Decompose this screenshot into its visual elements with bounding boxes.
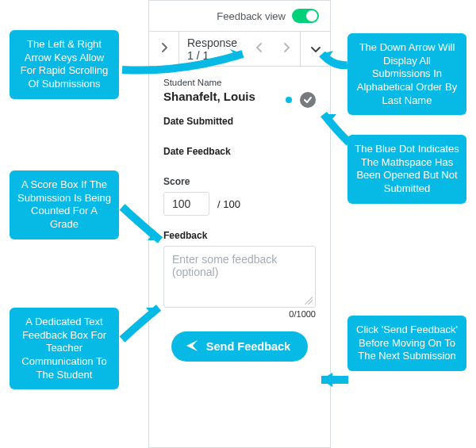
arrow-icon [119, 202, 167, 246]
send-icon [186, 339, 198, 354]
date-feedback-label: Date Feedback [163, 146, 316, 157]
status-check-icon [300, 92, 316, 108]
status-icons [286, 92, 316, 108]
student-block: Student Name Shanafelt, Louis [163, 78, 255, 116]
callout-feedback-box: A Dedicated Text Feedback Box For Teache… [10, 308, 119, 389]
arrow-icon [316, 49, 351, 71]
score-row: 100 / 100 [163, 192, 316, 216]
arrow-icon [119, 49, 254, 75]
date-submitted-label: Date Submitted [163, 116, 316, 127]
arrow-icon [119, 303, 165, 343]
prev-next-group [246, 32, 300, 67]
score-label: Score [163, 176, 316, 187]
feedback-textarea[interactable]: Enter some feedback (optional) [163, 246, 316, 308]
chevron-right-icon [282, 42, 290, 56]
callout-blue-dot: The Blue Dot Indicates The Mathspace Has… [347, 135, 466, 204]
arrow-icon [315, 371, 351, 389]
status-dot-icon [286, 97, 292, 103]
callout-score-box: A Score Box If The Submission Is Being C… [10, 170, 119, 239]
next-response-button[interactable] [273, 32, 300, 67]
callout-send-feedback: Click 'Send Feedback' Before Moving On T… [347, 316, 466, 371]
arrow-icon [317, 109, 352, 146]
content-area: Student Name Shanafelt, Louis Date Submi… [149, 66, 330, 362]
student-name-value: Shanafelt, Louis [163, 90, 255, 103]
feedback-view-label: Feedback view [217, 10, 286, 22]
student-name-label: Student Name [163, 78, 255, 87]
feedback-label: Feedback [163, 230, 316, 241]
callout-arrow-keys: The Left & Right Arrow Keys Allow For Ra… [10, 30, 119, 99]
score-max-label: / 100 [217, 198, 240, 210]
feedback-view-row: Feedback view [149, 1, 330, 31]
score-input[interactable]: 100 [163, 192, 209, 216]
feedback-counter: 0/1000 [163, 309, 316, 319]
chevron-left-icon [255, 42, 263, 56]
send-feedback-button[interactable]: Send Feedback [171, 331, 308, 362]
callout-down-arrow: The Down Arrow Will Display All Submissi… [347, 33, 466, 115]
feedback-view-toggle[interactable] [292, 9, 319, 23]
send-feedback-label: Send Feedback [206, 340, 290, 353]
